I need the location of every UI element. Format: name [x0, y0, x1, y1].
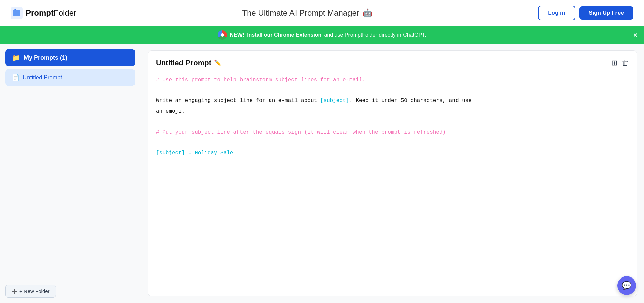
- logo[interactable]: PromptFolder: [11, 7, 76, 19]
- delete-prompt-button[interactable]: 🗑: [622, 59, 629, 67]
- sidebar: My Prompts (1) Untitled Prompt + New Fol…: [0, 44, 141, 303]
- main-layout: My Prompts (1) Untitled Prompt + New Fol…: [0, 44, 644, 303]
- chat-bubble-button[interactable]: 💬: [617, 276, 636, 295]
- trash-icon: 🗑: [622, 59, 629, 67]
- comment-line-2: # Put your subject line after the equals…: [156, 129, 446, 135]
- header-title: The Ultimate AI Prompt Manager 🤖: [242, 8, 372, 18]
- banner-new: NEW!: [230, 32, 244, 38]
- prompt-line-blank-1: [156, 86, 629, 95]
- main-content: Untitled Prompt ✏️ ⊞ 🗑 # Use this prompt…: [141, 44, 644, 303]
- sidebar-my-prompts[interactable]: My Prompts (1): [5, 49, 135, 66]
- title-emoji: 🤖: [363, 8, 373, 18]
- prompt-content: # Use this prompt to help brainstorm sub…: [156, 75, 629, 288]
- edit-icon[interactable]: ✏️: [214, 59, 221, 67]
- card-actions: ⊞ 🗑: [611, 59, 629, 67]
- login-button[interactable]: Log in: [538, 6, 575, 20]
- add-icon: ⊞: [611, 59, 618, 67]
- prompt-card-header: Untitled Prompt ✏️ ⊞ 🗑: [156, 59, 629, 67]
- plus-folder-icon: [12, 288, 17, 294]
- new-folder-button[interactable]: + New Folder: [5, 285, 56, 298]
- logo-icon: [11, 7, 23, 19]
- prompt-line-blank-3: [156, 138, 629, 147]
- banner-close-button[interactable]: ×: [633, 31, 637, 39]
- normal-text-1: Write an engaging subject line for an e-…: [156, 98, 320, 104]
- header: PromptFolder The Ultimate AI Prompt Mana…: [0, 0, 644, 26]
- chrome-icon: [218, 30, 227, 40]
- add-prompt-button[interactable]: ⊞: [611, 59, 618, 67]
- new-folder-label: + New Folder: [19, 288, 50, 294]
- prompt-card: Untitled Prompt ✏️ ⊞ 🗑 # Use this prompt…: [148, 50, 637, 296]
- doc-icon: [12, 74, 19, 81]
- prompt-title-text: Untitled Prompt: [156, 59, 211, 67]
- chrome-extension-link[interactable]: Install our Chrome Extension: [247, 32, 321, 38]
- title-text: The Ultimate AI Prompt Manager: [242, 8, 359, 18]
- comment-line-1: # Use this prompt to help brainstorm sub…: [156, 77, 365, 83]
- prompt-item-label: Untitled Prompt: [23, 74, 62, 81]
- logo-text: PromptFolder: [25, 8, 76, 18]
- variable-assignment: [subject] = Holiday Sale: [156, 150, 233, 156]
- banner-suffix: and use PromptFolder directly in ChatGPT…: [324, 32, 426, 38]
- prompt-line-blank-2: [156, 117, 629, 127]
- variable-subject: [subject]: [320, 98, 349, 104]
- chat-icon: 💬: [622, 281, 632, 290]
- header-actions: Log in Sign Up Free: [538, 6, 633, 20]
- signup-button[interactable]: Sign Up Free: [579, 6, 633, 20]
- sidebar-spacer: [5, 89, 135, 282]
- my-prompts-label: My Prompts (1): [24, 54, 67, 61]
- prompt-line-2: Write an engaging subject line for an e-…: [156, 96, 629, 105]
- prompt-line-5: [subject] = Holiday Sale: [156, 149, 629, 158]
- prompt-title: Untitled Prompt ✏️: [156, 59, 221, 67]
- prompt-line-1: # Use this prompt to help brainstorm sub…: [156, 75, 629, 85]
- prompt-line-4: # Put your subject line after the equals…: [156, 128, 629, 137]
- prompt-line-3: an emoji.: [156, 107, 629, 116]
- normal-text-2: . Keep it under 50 characters, and use: [349, 98, 472, 104]
- sidebar-item-untitled-prompt[interactable]: Untitled Prompt: [5, 69, 135, 86]
- folder-icon: [12, 54, 20, 62]
- normal-text-3: an emoji.: [156, 108, 185, 114]
- announcement-banner: NEW! Install our Chrome Extension and us…: [0, 26, 644, 44]
